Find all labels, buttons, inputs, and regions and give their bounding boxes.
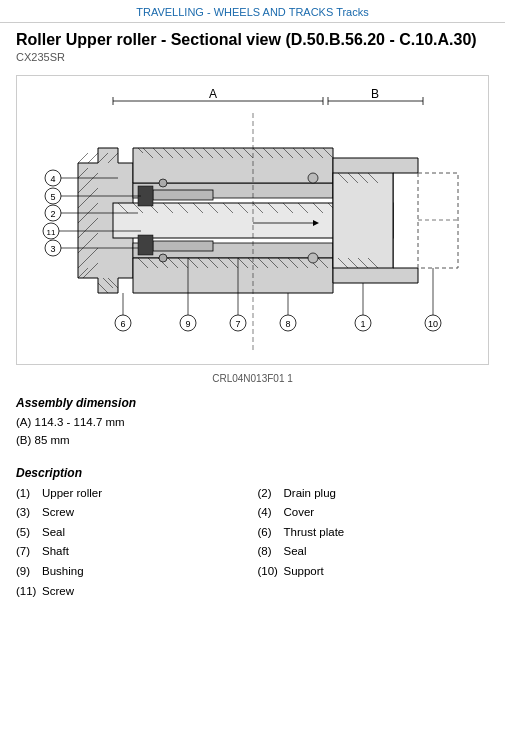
desc-left-col: (1) Upper roller (3) Screw (5) Seal (7) …: [16, 484, 248, 601]
item-label-2: Drain plug: [284, 484, 336, 504]
item-num-2: (2): [258, 484, 284, 504]
description-grid: (1) Upper roller (3) Screw (5) Seal (7) …: [16, 484, 489, 601]
svg-rect-95: [153, 190, 213, 200]
svg-rect-84: [418, 173, 458, 268]
item-label-5: Seal: [42, 523, 65, 543]
item-num-5: (5): [16, 523, 42, 543]
item-num-7: (7): [16, 542, 42, 562]
list-item: (3) Screw: [16, 503, 248, 523]
technical-diagram: A B: [23, 83, 483, 358]
item-num-3: (3): [16, 503, 42, 523]
list-item: (11) Screw: [16, 582, 248, 602]
item-num-11: (11): [16, 582, 42, 602]
item-label-10: Support: [284, 562, 324, 582]
item-label-9: Bushing: [42, 562, 84, 582]
list-item: (7) Shaft: [16, 542, 248, 562]
item-label-1: Upper roller: [42, 484, 102, 504]
item-num-10: (10): [258, 562, 284, 582]
item-label-3: Screw: [42, 503, 74, 523]
subtitle: CX235SR: [0, 51, 505, 67]
svg-text:10: 10: [427, 319, 437, 329]
item-num-4: (4): [258, 503, 284, 523]
svg-point-101: [308, 173, 318, 183]
assembly-dimensions: (A) 114.3 - 114.7 mm (B) 85 mm: [16, 413, 489, 450]
assembly-dimension-section: Assembly dimension (A) 114.3 - 114.7 mm …: [0, 392, 505, 454]
list-item: (8) Seal: [258, 542, 490, 562]
breadcrumb: TRAVELLING - WHEELS AND TRACKS Tracks: [0, 0, 505, 23]
item-label-6: Thrust plate: [284, 523, 345, 543]
svg-text:6: 6: [120, 319, 125, 329]
svg-text:A: A: [208, 87, 216, 101]
svg-point-99: [159, 179, 167, 187]
svg-text:3: 3: [50, 244, 55, 254]
item-num-8: (8): [258, 542, 284, 562]
svg-rect-98: [138, 235, 153, 255]
list-item: (5) Seal: [16, 523, 248, 543]
svg-point-102: [308, 253, 318, 263]
list-item: (4) Cover: [258, 503, 490, 523]
svg-text:B: B: [370, 87, 378, 101]
diagram-area: A B: [16, 75, 489, 365]
svg-text:1: 1: [360, 319, 365, 329]
item-label-11: Screw: [42, 582, 74, 602]
svg-line-9: [88, 153, 98, 163]
desc-right-col: (2) Drain plug (4) Cover (6) Thrust plat…: [258, 484, 490, 601]
list-item: (10) Support: [258, 562, 490, 582]
item-label-7: Shaft: [42, 542, 69, 562]
list-item: (6) Thrust plate: [258, 523, 490, 543]
item-label-8: Seal: [284, 542, 307, 562]
svg-text:2: 2: [50, 209, 55, 219]
dimension-b: (B) 85 mm: [16, 431, 489, 449]
svg-line-8: [78, 153, 88, 163]
item-num-1: (1): [16, 484, 42, 504]
svg-text:5: 5: [50, 192, 55, 202]
description-title: Description: [16, 466, 489, 480]
image-reference: CRL04N013F01 1: [0, 373, 505, 384]
svg-text:4: 4: [50, 174, 55, 184]
assembly-dimension-title: Assembly dimension: [16, 396, 489, 410]
page-title: Roller Upper roller - Sectional view (D.…: [0, 23, 505, 51]
item-label-4: Cover: [284, 503, 315, 523]
list-item: (2) Drain plug: [258, 484, 490, 504]
item-num-9: (9): [16, 562, 42, 582]
list-item: (9) Bushing: [16, 562, 248, 582]
svg-text:9: 9: [185, 319, 190, 329]
svg-rect-86: [333, 173, 393, 268]
item-num-6: (6): [258, 523, 284, 543]
svg-text:11: 11: [46, 228, 55, 237]
list-item: (1) Upper roller: [16, 484, 248, 504]
svg-rect-96: [153, 241, 213, 251]
description-section: Description (1) Upper roller (3) Screw (…: [0, 454, 505, 605]
dimension-a: (A) 114.3 - 114.7 mm: [16, 413, 489, 431]
svg-text:8: 8: [285, 319, 290, 329]
svg-text:7: 7: [235, 319, 240, 329]
svg-point-100: [159, 254, 167, 262]
